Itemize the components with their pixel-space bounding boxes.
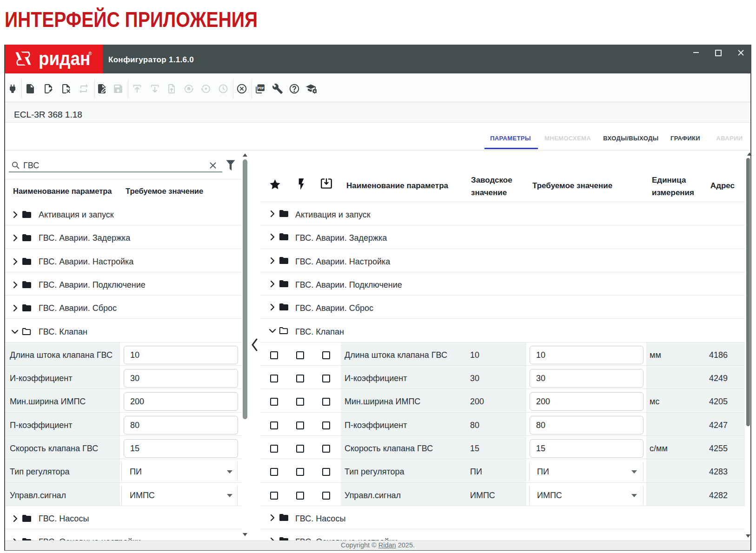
svg-text:PDF: PDF <box>258 86 264 90</box>
